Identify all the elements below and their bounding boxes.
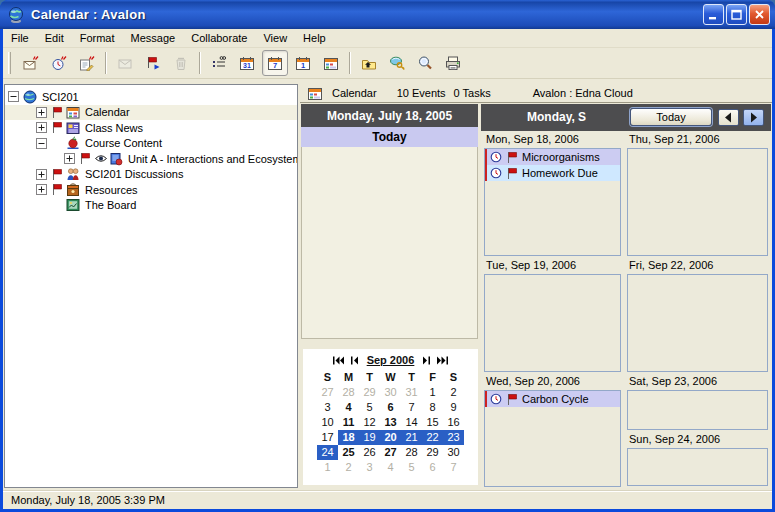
expand-icon[interactable] xyxy=(36,169,47,180)
menu-message[interactable]: Message xyxy=(123,30,184,46)
expand-icon[interactable] xyxy=(36,107,47,118)
minical-day[interactable]: 13 xyxy=(380,415,401,430)
minical-day[interactable]: 31 xyxy=(401,385,422,400)
minical-day[interactable]: 3 xyxy=(359,460,380,475)
day-cell-mon[interactable]: MicroorganismsHomework Due xyxy=(484,148,621,256)
minical-day[interactable]: 24 xyxy=(317,445,338,460)
week-view-button[interactable]: 7 xyxy=(262,50,288,76)
tree-item-the-board[interactable]: The Board xyxy=(5,198,297,214)
permissions-button[interactable] xyxy=(384,50,410,76)
event-item[interactable]: Microorganisms xyxy=(487,149,620,165)
multi-week-view-button[interactable] xyxy=(318,50,344,76)
minical-day[interactable]: 20 xyxy=(380,430,401,445)
day-panel-body[interactable] xyxy=(301,147,478,339)
tree-item-sci201[interactable]: SCI201 xyxy=(5,89,297,105)
titlebar[interactable]: Calendar : Avalon xyxy=(0,0,775,29)
tree-item-calendar[interactable]: Calendar xyxy=(5,105,297,121)
minical-day[interactable]: 9 xyxy=(443,400,464,415)
tree-item-class-news[interactable]: Class News xyxy=(5,120,297,136)
minical-day[interactable]: 25 xyxy=(338,445,359,460)
minical-day[interactable]: 10 xyxy=(317,415,338,430)
next-week-icon[interactable] xyxy=(743,109,764,126)
event-item[interactable]: Carbon Cycle xyxy=(487,391,620,407)
minical-month-label[interactable]: Sep 2006 xyxy=(364,354,418,366)
minical-day[interactable]: 22 xyxy=(422,430,443,445)
new-message-button[interactable] xyxy=(18,50,44,76)
list-view-button[interactable] xyxy=(206,50,232,76)
minical-day[interactable]: 15 xyxy=(422,415,443,430)
day-cell-thu[interactable] xyxy=(627,148,768,256)
minical-day[interactable]: 29 xyxy=(359,385,380,400)
minical-day[interactable]: 6 xyxy=(380,400,401,415)
expand-icon[interactable] xyxy=(36,122,47,133)
minical-day[interactable]: 27 xyxy=(380,445,401,460)
menu-edit[interactable]: Edit xyxy=(37,30,72,46)
new-task-button[interactable] xyxy=(74,50,100,76)
next-month-icon[interactable] xyxy=(422,356,431,365)
minical-day[interactable]: 6 xyxy=(422,460,443,475)
menu-file[interactable]: File xyxy=(3,30,37,46)
prev-year-icon[interactable] xyxy=(332,356,345,365)
tree-item-resources[interactable]: Resources xyxy=(5,182,297,198)
minimize-button[interactable] xyxy=(703,4,724,25)
day-cell-wed[interactable]: Carbon Cycle xyxy=(484,390,621,487)
day-cell-tue[interactable] xyxy=(484,274,621,372)
minical-day[interactable]: 30 xyxy=(443,445,464,460)
tree-item-course-content[interactable]: Course Content xyxy=(5,136,297,152)
search-button[interactable] xyxy=(412,50,438,76)
day-cell-fri[interactable] xyxy=(627,274,768,372)
minical-day[interactable]: 14 xyxy=(401,415,422,430)
menu-help[interactable]: Help xyxy=(295,30,334,46)
menu-view[interactable]: View xyxy=(255,30,295,46)
minical-day[interactable]: 1 xyxy=(422,385,443,400)
minical-day[interactable]: 26 xyxy=(359,445,380,460)
month-view-button[interactable]: 31 xyxy=(234,50,260,76)
expand-icon[interactable] xyxy=(36,184,47,195)
minical-day[interactable]: 29 xyxy=(422,445,443,460)
next-year-icon[interactable] xyxy=(436,356,449,365)
prev-month-icon[interactable] xyxy=(350,356,359,365)
day-view-button[interactable]: 1 xyxy=(290,50,316,76)
minical-day[interactable]: 1 xyxy=(317,460,338,475)
minical-day[interactable]: 16 xyxy=(443,415,464,430)
day-cell-sun[interactable] xyxy=(627,448,768,486)
minical-day[interactable]: 12 xyxy=(359,415,380,430)
toolbar-grip[interactable] xyxy=(8,52,11,74)
collapse-icon[interactable] xyxy=(36,138,47,149)
minical-day[interactable]: 23 xyxy=(443,430,464,445)
flag-message-button[interactable] xyxy=(140,50,166,76)
parent-folder-button[interactable] xyxy=(356,50,382,76)
minical-day[interactable]: 18 xyxy=(338,430,359,445)
minical-day[interactable]: 30 xyxy=(380,385,401,400)
tree-item-unit-a-interactions-and-ecosystems[interactable]: Unit A - Interactions and Ecosystems xyxy=(5,151,297,167)
minical-day[interactable]: 7 xyxy=(401,400,422,415)
minical-day[interactable]: 2 xyxy=(443,385,464,400)
today-button[interactable]: Today xyxy=(630,108,712,126)
minical-day[interactable]: 3 xyxy=(317,400,338,415)
minical-day[interactable]: 4 xyxy=(338,400,359,415)
previous-week-icon[interactable] xyxy=(718,109,739,126)
tree-item-sci201-discussions[interactable]: SCI201 Discussions xyxy=(5,167,297,183)
minical-day[interactable]: 7 xyxy=(443,460,464,475)
menu-format[interactable]: Format xyxy=(72,30,123,46)
minical-day[interactable]: 2 xyxy=(338,460,359,475)
event-item[interactable]: Homework Due xyxy=(487,165,620,181)
minical-day[interactable]: 19 xyxy=(359,430,380,445)
minical-day[interactable]: 5 xyxy=(401,460,422,475)
maximize-button[interactable] xyxy=(726,4,747,25)
minical-day[interactable]: 4 xyxy=(380,460,401,475)
minical-day[interactable]: 11 xyxy=(338,415,359,430)
minical-day[interactable]: 8 xyxy=(422,400,443,415)
close-button[interactable] xyxy=(749,4,770,25)
new-event-button[interactable] xyxy=(46,50,72,76)
minical-day[interactable]: 27 xyxy=(317,385,338,400)
minical-day[interactable]: 28 xyxy=(338,385,359,400)
day-cell-sat[interactable] xyxy=(627,390,768,430)
minical-day[interactable]: 5 xyxy=(359,400,380,415)
collapse-icon[interactable] xyxy=(8,91,19,102)
print-button[interactable] xyxy=(440,50,466,76)
minical-day[interactable]: 21 xyxy=(401,430,422,445)
expand-icon[interactable] xyxy=(64,153,75,164)
menu-collaborate[interactable]: Collaborate xyxy=(183,30,255,46)
minical-day[interactable]: 17 xyxy=(317,430,338,445)
